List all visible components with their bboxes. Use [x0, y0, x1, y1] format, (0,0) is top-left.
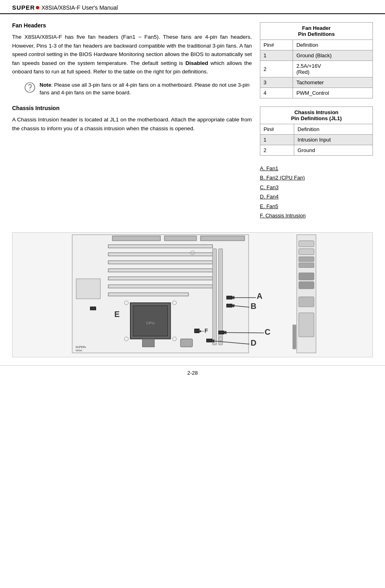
brand-name: SUPER	[12, 4, 35, 11]
chassis-table-title: Chassis Intrusion Pin Definitions (JL1)	[260, 106, 373, 124]
note-box: Note: Please use all 3-pin fans or all 4…	[24, 81, 252, 97]
svg-rect-22	[226, 304, 232, 307]
fan-pin-4: 4	[260, 88, 293, 98]
mb-diagram-svg: CPU A B C D E F	[13, 233, 372, 357]
chassis-table-header-row: Pin# Definition	[260, 124, 373, 135]
svg-rect-24	[207, 339, 212, 342]
svg-text:X8SIA: X8SIA	[75, 349, 82, 352]
note-icon	[24, 82, 36, 93]
fan-table-row: 1 Ground (Black)	[260, 50, 373, 61]
label-b: B	[251, 302, 256, 311]
fan-table-row: 3 Tachometer	[260, 77, 373, 88]
svg-rect-9	[108, 293, 188, 296]
legend-item-c: C. Fan3	[260, 183, 373, 192]
fan-header-table: Pin# Definition 1 Ground (Black) 2 2.5A/…	[260, 40, 373, 98]
label-f: F	[205, 328, 208, 334]
fan-headers-heading: Fan Headers	[12, 22, 252, 29]
legend-list: A. Fan1 B. Fan2 (CPU Fan) C. Fan3 D. Fan…	[260, 164, 373, 220]
fan-table-header-row: Pin# Definition	[260, 40, 373, 50]
fan-pin-2: 2	[260, 61, 293, 77]
fan-def-4: PWM_Control	[293, 88, 373, 98]
legend-item-d: D. Fan4	[260, 192, 373, 201]
legend-item-e: E. Fan5	[260, 202, 373, 211]
svg-rect-25	[90, 307, 96, 310]
svg-rect-5	[108, 261, 212, 264]
svg-rect-23	[219, 331, 224, 334]
svg-rect-16	[213, 249, 217, 345]
note-label: Note	[40, 82, 51, 88]
chassis-col-def-header: Definition	[294, 124, 373, 135]
svg-rect-11	[164, 236, 196, 241]
svg-rect-41	[299, 241, 314, 247]
fan-col-def-header: Definition	[293, 40, 373, 50]
manual-title: X8SIA/X8SIA-F User's Manual	[42, 4, 118, 11]
svg-rect-8	[108, 285, 212, 288]
svg-rect-7	[108, 277, 212, 280]
svg-rect-4	[108, 253, 212, 256]
label-e: E	[114, 310, 119, 319]
chassis-def-1: Intrusion Input	[294, 135, 373, 145]
fan-header-table-container: Fan Header Pin Definitions Pin# Definiti…	[260, 22, 373, 98]
note-text: Note: Please use all 3-pin fans or all 4…	[40, 81, 252, 97]
svg-rect-46	[299, 282, 314, 289]
disabled-text: Disabled	[185, 60, 208, 66]
page-header: SUPER X8SIA/X8SIA-F User's Manual	[0, 0, 385, 14]
left-column: Fan Headers The X8SIA/X8SIA-F has five f…	[12, 22, 252, 220]
fan-def-2: 2.5A/+16V(Red)	[293, 61, 373, 77]
svg-rect-21	[226, 296, 232, 299]
chassis-table-row: 2 Ground	[260, 145, 373, 156]
svg-rect-42	[299, 249, 314, 255]
fan-table-row: 2 2.5A/+16V(Red)	[260, 61, 373, 77]
svg-rect-26	[195, 329, 199, 333]
chassis-def-2: Ground	[294, 145, 373, 156]
svg-line-35	[224, 333, 264, 333]
svg-rect-12	[201, 236, 245, 241]
svg-rect-18	[76, 279, 100, 299]
svg-rect-3	[108, 245, 212, 248]
svg-rect-44	[299, 263, 314, 268]
svg-point-0	[25, 83, 35, 92]
chassis-table-container: Chassis Intrusion Pin Definitions (JL1) …	[260, 106, 373, 156]
chassis-pin-1: 1	[260, 135, 294, 145]
svg-rect-19	[142, 339, 155, 347]
page-number: 2-28	[187, 370, 198, 376]
fan-pin-3: 3	[260, 77, 293, 88]
brand-dot	[36, 6, 39, 9]
label-c: C	[265, 328, 270, 337]
svg-text:CPU: CPU	[146, 321, 155, 325]
svg-rect-48	[299, 313, 314, 337]
svg-rect-43	[299, 257, 314, 262]
right-column: Fan Header Pin Definitions Pin# Definiti…	[260, 22, 373, 220]
svg-rect-10	[112, 236, 160, 241]
legend-item-f: F. Chassis Intrusion	[260, 211, 373, 220]
page-footer: 2-28	[0, 365, 385, 380]
label-a: A	[257, 292, 262, 300]
fan-col-pin-header: Pin#	[260, 40, 293, 50]
fan-pin-1: 1	[260, 50, 293, 61]
note-content: : Please use all 3-pin fans or all 4-pin…	[40, 82, 249, 96]
chassis-table-row: 1 Intrusion Input	[260, 135, 373, 145]
svg-rect-45	[299, 273, 314, 280]
legend-item-a: A. Fan1	[260, 164, 373, 173]
chassis-intrusion-body: A Chassis Intrusion header is located at…	[12, 115, 252, 133]
fan-def-1: Ground (Black)	[293, 50, 373, 61]
fan-table-row: 4 PWM_Control	[260, 88, 373, 98]
chassis-intrusion-heading: Chassis Intrusion	[12, 105, 252, 111]
svg-rect-47	[299, 297, 314, 307]
motherboard-diagram: CPU A B C D E F	[12, 232, 373, 357]
fan-headers-body: The X8SIA/X8SIA-F has five fan headers (…	[12, 33, 252, 76]
label-d: D	[251, 339, 256, 348]
chassis-intrusion-table: Pin# Definition 1 Intrusion Input 2 Grou…	[260, 124, 373, 156]
svg-point-1	[29, 90, 30, 90]
fan-def-3: Tachometer	[293, 77, 373, 88]
main-content: Fan Headers The X8SIA/X8SIA-F has five f…	[0, 14, 385, 228]
svg-rect-17	[219, 249, 223, 345]
svg-rect-20	[180, 339, 192, 347]
legend-item-b: B. Fan2 (CPU Fan)	[260, 173, 373, 182]
svg-text:SUPER•: SUPER•	[75, 346, 86, 348]
fan-table-title: Fan Header Pin Definitions	[260, 22, 373, 40]
chassis-col-pin-header: Pin#	[260, 124, 294, 135]
svg-rect-6	[108, 269, 212, 272]
chassis-pin-2: 2	[260, 145, 294, 156]
